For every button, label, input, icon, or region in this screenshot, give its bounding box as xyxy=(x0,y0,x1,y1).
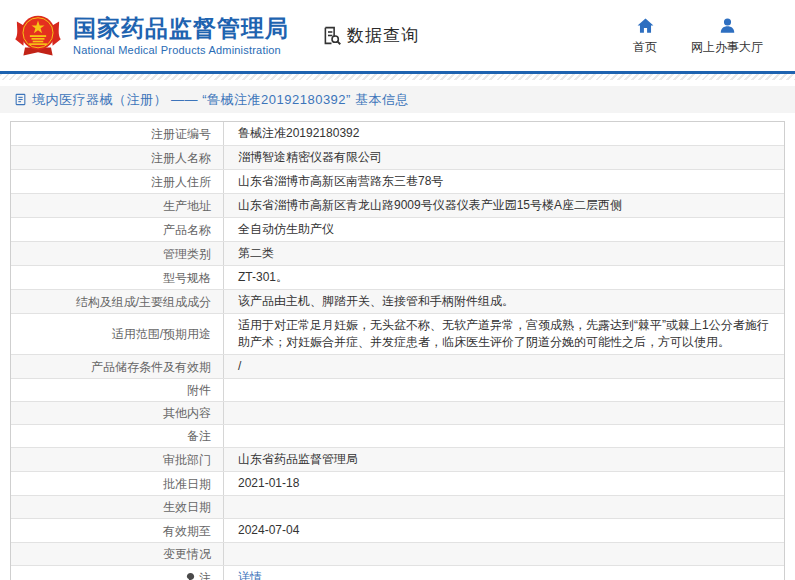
row-value-text: 山东省淄博市高新区南营路东三巷78号 xyxy=(238,173,443,190)
table-row: 产品名称全自动仿生助产仪 xyxy=(11,218,784,242)
site-subtitle: National Medical Products Administration xyxy=(73,44,289,56)
row-value: 山东省淄博市高新区青龙山路9009号仪器仪表产业园15号楼A座二层西侧 xyxy=(224,194,784,217)
row-value: 2024-07-04 xyxy=(224,519,784,542)
table-row: 产品储存条件及有效期/ xyxy=(11,355,784,379)
row-value-text: 2024-07-04 xyxy=(238,522,299,539)
table-row: 有效期至2024-07-04 xyxy=(11,519,784,543)
table-row: 变更情况 xyxy=(11,543,784,566)
home-icon xyxy=(636,16,655,35)
breadcrumb-text: 境内医疗器械（注册） —— “鲁械注准20192180392” 基本信息 xyxy=(32,91,409,109)
table-row: 注详情 xyxy=(11,566,784,580)
person-icon xyxy=(718,16,737,35)
row-label-text: 适用范围/预期用途 xyxy=(112,326,211,342)
table-row: 生效日期 xyxy=(11,496,784,519)
row-value xyxy=(224,543,784,565)
row-label: 适用范围/预期用途 xyxy=(11,314,224,354)
row-label: 注册人名称 xyxy=(11,146,224,169)
table-row: 审批部门山东省药品监督管理局 xyxy=(11,448,784,472)
row-label-text: 审批部门 xyxy=(163,452,211,468)
row-label: 审批部门 xyxy=(11,448,224,471)
row-label-text: 注册人名称 xyxy=(151,150,211,166)
table-row: 生产地址山东省淄博市高新区青龙山路9009号仪器仪表产业园15号楼A座二层西侧 xyxy=(11,194,784,218)
national-emblem-icon xyxy=(12,10,64,62)
hatch-band xyxy=(0,74,795,80)
row-label: 其他内容 xyxy=(11,402,224,424)
info-table: 注册证编号鲁械注准20192180392注册人名称淄博智途精密仪器有限公司注册人… xyxy=(10,121,785,580)
row-label: 注册证编号 xyxy=(11,122,224,145)
row-value: 山东省淄博市高新区南营路东三巷78号 xyxy=(224,170,784,193)
table-row: 注册人住所山东省淄博市高新区南营路东三巷78号 xyxy=(11,170,784,194)
table-row: 批准日期2021-01-18 xyxy=(11,472,784,496)
row-label-text: 生产地址 xyxy=(163,198,211,214)
table-row: 附件 xyxy=(11,379,784,402)
title-block: 国家药品监督管理局 National Medical Products Admi… xyxy=(73,15,289,56)
row-label: 结构及组成/主要组成成分 xyxy=(11,290,224,313)
page: 国家药品监督管理局 National Medical Products Admi… xyxy=(0,0,795,580)
table-row: 型号规格ZT-301。 xyxy=(11,266,784,290)
row-value: / xyxy=(224,355,784,378)
row-value-text: 全自动仿生助产仪 xyxy=(238,221,334,238)
row-value: 山东省药品监督管理局 xyxy=(224,448,784,471)
data-query-link[interactable]: 数据查询 xyxy=(321,24,419,47)
nav-item-service-hall[interactable]: 网上办事大厅 xyxy=(691,16,763,56)
row-label: 产品名称 xyxy=(11,218,224,241)
row-label: 批准日期 xyxy=(11,472,224,495)
row-value-text: 该产品由主机、脚踏开关、连接管和手柄附件组成。 xyxy=(238,293,514,310)
row-value-text: 鲁械注准20192180392 xyxy=(238,125,359,142)
row-value: 鲁械注准20192180392 xyxy=(224,122,784,145)
row-label-text: 变更情况 xyxy=(163,546,211,562)
row-label-text: 产品储存条件及有效期 xyxy=(91,359,211,375)
row-value xyxy=(224,425,784,447)
document-icon xyxy=(14,93,27,106)
row-label: 附件 xyxy=(11,379,224,401)
row-value: 适用于对正常足月妊娠，无头盆不称、无软产道异常，宫颈成熟，先露达到“棘平”或棘上… xyxy=(224,314,784,354)
header: 国家药品监督管理局 National Medical Products Admi… xyxy=(0,0,795,71)
header-nav: 首页 网上办事大厅 xyxy=(633,16,763,56)
document-search-icon xyxy=(321,25,342,46)
pin-icon xyxy=(185,572,196,580)
row-label-text: 产品名称 xyxy=(163,222,211,238)
row-value xyxy=(224,402,784,424)
nav-label-home: 首页 xyxy=(633,39,657,56)
row-label: 管理类别 xyxy=(11,242,224,265)
row-value-text: 2021-01-18 xyxy=(238,475,299,492)
row-value-text: / xyxy=(238,358,241,375)
row-label-text: 型号规格 xyxy=(163,270,211,286)
table-row: 备注 xyxy=(11,425,784,448)
row-label: 注 xyxy=(11,566,224,580)
row-value-text: 山东省淄博市高新区青龙山路9009号仪器仪表产业园15号楼A座二层西侧 xyxy=(238,197,622,214)
row-value-text: ZT-301。 xyxy=(238,269,288,286)
row-value: ZT-301。 xyxy=(224,266,784,289)
row-value xyxy=(224,496,784,518)
row-label: 产品储存条件及有效期 xyxy=(11,355,224,378)
table-row: 适用范围/预期用途适用于对正常足月妊娠，无头盆不称、无软产道异常，宫颈成熟，先露… xyxy=(11,314,784,355)
row-value: 第二类 xyxy=(224,242,784,265)
row-label: 有效期至 xyxy=(11,519,224,542)
row-label-text: 结构及组成/主要组成成分 xyxy=(76,294,211,310)
row-label-text: 生效日期 xyxy=(163,499,211,515)
row-value: 详情 xyxy=(224,566,784,580)
row-label-text: 注册人住所 xyxy=(151,174,211,190)
row-label-text: 备注 xyxy=(187,428,211,444)
row-value-text: 第二类 xyxy=(238,245,274,262)
table-row: 管理类别第二类 xyxy=(11,242,784,266)
breadcrumb: 境内医疗器械（注册） —— “鲁械注准20192180392” 基本信息 xyxy=(0,86,795,113)
row-label-text: 注 xyxy=(199,570,211,580)
row-value-text: 适用于对正常足月妊娠，无头盆不称、无软产道异常，宫颈成熟，先露达到“棘平”或棘上… xyxy=(238,317,772,351)
row-value: 2021-01-18 xyxy=(224,472,784,495)
row-label: 备注 xyxy=(11,425,224,447)
row-label-text: 有效期至 xyxy=(163,523,211,539)
row-label: 注册人住所 xyxy=(11,170,224,193)
nav-item-home[interactable]: 首页 xyxy=(633,16,657,56)
row-label: 变更情况 xyxy=(11,543,224,565)
row-label-text: 注册证编号 xyxy=(151,126,211,142)
detail-link[interactable]: 详情 xyxy=(238,569,262,580)
table-row: 注册人名称淄博智途精密仪器有限公司 xyxy=(11,146,784,170)
row-label: 生效日期 xyxy=(11,496,224,518)
table-row: 结构及组成/主要组成成分该产品由主机、脚踏开关、连接管和手柄附件组成。 xyxy=(11,290,784,314)
row-value: 全自动仿生助产仪 xyxy=(224,218,784,241)
nmpa-logo-link[interactable]: 国家药品监督管理局 National Medical Products Admi… xyxy=(12,10,289,62)
row-value-text: 山东省药品监督管理局 xyxy=(238,451,358,468)
row-value xyxy=(224,379,784,401)
row-label-text: 批准日期 xyxy=(163,476,211,492)
